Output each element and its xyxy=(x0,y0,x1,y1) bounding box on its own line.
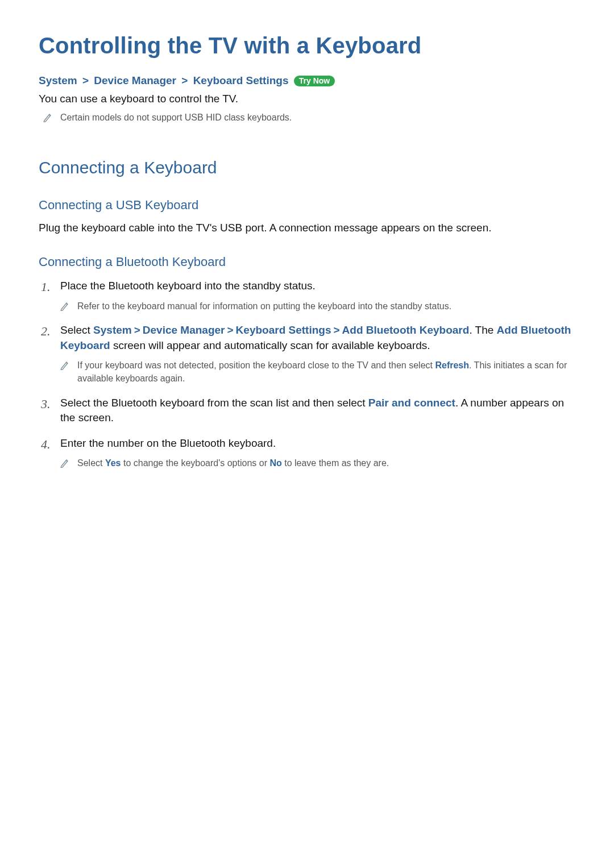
step-2: Select System>Device Manager>Keyboard Se… xyxy=(41,323,573,385)
pair-connect-link: Pair and connect xyxy=(368,397,455,409)
note-mid: to change the keyboard's options or xyxy=(121,458,270,468)
path-link: Keyboard Settings xyxy=(236,324,331,336)
refresh-link: Refresh xyxy=(435,360,469,370)
note-post: to leave them as they are. xyxy=(282,458,389,468)
pencil-icon xyxy=(43,112,52,122)
note-text: Certain models do not support USB HID cl… xyxy=(60,111,292,124)
step-text: Enter the number on the Bluetooth keyboa… xyxy=(60,437,276,449)
chevron-right-icon: > xyxy=(333,324,339,336)
subsection-bluetooth: Connecting a Bluetooth Keyboard xyxy=(39,255,573,269)
breadcrumb: System > Device Manager > Keyboard Setti… xyxy=(39,74,573,87)
pencil-icon xyxy=(60,301,69,311)
note-text: Select Yes to change the keyboard's opti… xyxy=(77,456,389,470)
subsection-usb: Connecting a USB Keyboard xyxy=(39,198,573,213)
note-pre: Select xyxy=(77,458,105,468)
breadcrumb-item: Keyboard Settings xyxy=(193,74,289,86)
step-prefix: Select xyxy=(60,324,93,336)
no-link: No xyxy=(269,458,281,468)
breadcrumb-item: System xyxy=(39,74,77,86)
note-text: If your keyboard was not detected, posit… xyxy=(77,359,573,385)
path-link: Add Bluetooth Keyboard xyxy=(342,324,470,336)
step-1: Place the Bluetooth keyboard into the st… xyxy=(41,279,573,313)
step-4: Enter the number on the Bluetooth keyboa… xyxy=(41,436,573,470)
pencil-icon xyxy=(60,360,69,370)
note-pre: If your keyboard was not detected, posit… xyxy=(77,360,435,370)
try-now-badge[interactable]: Try Now xyxy=(294,76,335,86)
step-text: Place the Bluetooth keyboard into the st… xyxy=(60,280,316,292)
document-page: Controlling the TV with a Keyboard Syste… xyxy=(0,0,614,514)
yes-link: Yes xyxy=(105,458,121,468)
step-mid: . The xyxy=(469,324,496,336)
step-pre: Select the Bluetooth keyboard from the s… xyxy=(60,397,368,409)
note: If your keyboard was not detected, posit… xyxy=(60,359,573,385)
note: Certain models do not support USB HID cl… xyxy=(43,111,573,124)
chevron-right-icon: > xyxy=(181,74,188,86)
path-link: Device Manager xyxy=(143,324,225,336)
step-suffix: screen will appear and automatically sca… xyxy=(110,339,430,351)
note: Select Yes to change the keyboard's opti… xyxy=(60,456,573,470)
page-title: Controlling the TV with a Keyboard xyxy=(39,33,573,59)
breadcrumb-item: Device Manager xyxy=(94,74,176,86)
path-link: System xyxy=(93,324,132,336)
note: Refer to the keyboard manual for informa… xyxy=(60,300,573,313)
note-text: Refer to the keyboard manual for informa… xyxy=(77,300,451,313)
intro-text: You can use a keyboard to control the TV… xyxy=(39,93,573,105)
step-3: Select the Bluetooth keyboard from the s… xyxy=(41,396,573,426)
chevron-right-icon: > xyxy=(227,324,234,336)
chevron-right-icon: > xyxy=(82,74,89,86)
pencil-icon xyxy=(60,458,69,468)
section-heading-connecting: Connecting a Keyboard xyxy=(39,158,573,177)
chevron-right-icon: > xyxy=(134,324,140,336)
usb-body: Plug the keyboard cable into the TV's US… xyxy=(39,222,573,234)
bluetooth-steps: Place the Bluetooth keyboard into the st… xyxy=(39,279,573,470)
